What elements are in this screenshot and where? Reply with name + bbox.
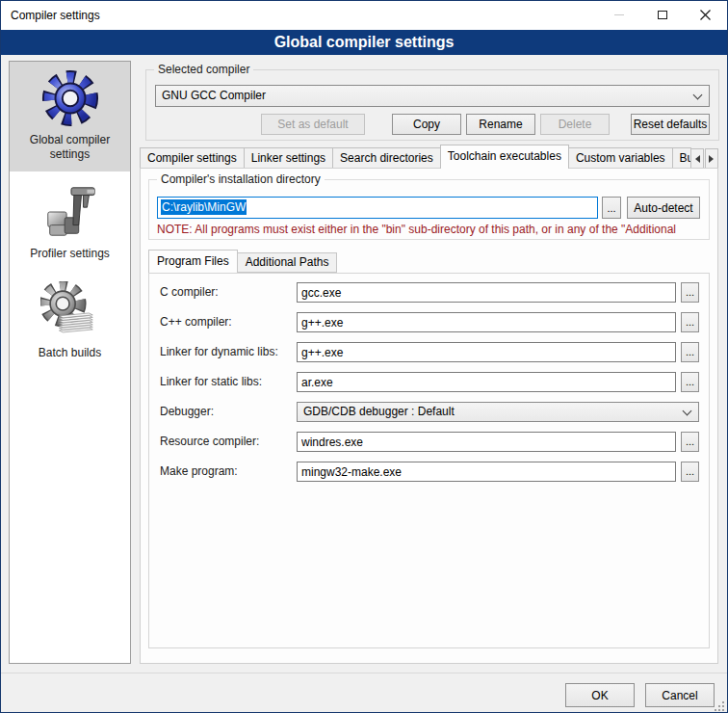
selected-compiler-dropdown[interactable]: GNU GCC Compiler	[155, 85, 710, 107]
settings-tab-bar: Compiler settingsLinker settingsSearch d…	[140, 145, 718, 169]
tab-build[interactable]: Build	[672, 147, 691, 169]
program-files-tab-bar: Program FilesAdditional Paths	[148, 250, 336, 273]
delete-button: Delete	[540, 114, 610, 135]
minimize-button[interactable]	[597, 1, 640, 29]
dialog-header-title: Global compiler settings	[274, 34, 455, 50]
dialog-footer: OK Cancel	[1, 673, 727, 713]
c-compiler-browse-button[interactable]: ...	[681, 282, 699, 303]
sidebar-item-label: Global compiler settings	[12, 133, 128, 162]
tab-scroll-left-button[interactable]	[690, 148, 704, 169]
subtab-additional-paths[interactable]: Additional Paths	[237, 252, 338, 273]
dynamic-libs-linker-label: Linker for dynamic libs:	[160, 342, 278, 362]
compiler-settings-dialog: Compiler settings Global compiler settin…	[0, 0, 728, 713]
program-files-page: C compiler:...C++ compiler:...Linker for…	[148, 273, 710, 648]
dynamic-libs-linker-row: Linker for dynamic libs:...	[149, 338, 709, 368]
sidebar-item-batch-builds[interactable]: Batch builds	[10, 275, 130, 370]
debugger-value: GDB/CDB debugger : Default	[303, 405, 455, 418]
tab-linker-settings[interactable]: Linker settings	[244, 147, 333, 169]
tab-search-directories[interactable]: Search directories	[332, 147, 441, 169]
set-as-default-button: Set as default	[261, 114, 365, 135]
selected-compiler-group-label: Selected compiler	[154, 63, 253, 76]
arrow-left-icon	[691, 155, 700, 163]
static-libs-linker-label: Linker for static libs:	[160, 372, 262, 392]
tab-toolchain-executables[interactable]: Toolchain executables	[440, 145, 569, 169]
auto-detect-button[interactable]: Auto-detect	[627, 197, 700, 219]
dynamic-libs-linker-input[interactable]	[297, 342, 676, 362]
tab-scroll-right-button[interactable]	[705, 148, 718, 169]
resource-compiler-browse-button[interactable]: ...	[681, 432, 699, 452]
installation-directory-browse-button[interactable]: ...	[602, 197, 621, 219]
sidebar-item-label: Batch builds	[12, 346, 128, 360]
gear-stack-icon	[40, 281, 100, 341]
gear-blue-icon	[40, 68, 100, 128]
static-libs-linker-browse-button[interactable]: ...	[681, 372, 699, 392]
installation-directory-input[interactable]: C:\raylib\MinGW	[157, 197, 598, 219]
minimize-icon	[614, 14, 624, 15]
dialog-header-banner: Global compiler settings	[1, 30, 727, 55]
ok-button[interactable]: OK	[565, 683, 635, 707]
debugger-label: Debugger:	[160, 402, 214, 422]
selected-compiler-value: GNU GCC Compiler	[162, 89, 266, 102]
cpp-compiler-label: C++ compiler:	[160, 312, 232, 332]
make-program-input[interactable]	[297, 462, 676, 482]
sidebar-item-label: Profiler settings	[12, 247, 128, 261]
title-bar: Compiler settings	[1, 1, 727, 30]
rename-button[interactable]: Rename	[466, 114, 535, 135]
debugger-dropdown[interactable]: GDB/CDB debugger : Default	[297, 402, 699, 422]
close-button[interactable]	[684, 1, 727, 29]
toolchain-field-rows: C compiler:...C++ compiler:...Linker for…	[149, 278, 709, 488]
chevron-down-icon	[683, 407, 692, 416]
debugger-row: Debugger:GDB/CDB debugger : Default	[149, 398, 709, 428]
arrow-right-icon	[709, 155, 717, 163]
subtab-program-files[interactable]: Program Files	[148, 250, 238, 273]
installation-directory-group-label: Compiler's installation directory	[157, 172, 325, 186]
compiler-actions-row: Set as defaultCopyRenameDeleteReset defa…	[155, 114, 710, 135]
selected-compiler-group: Selected compiler GNU GCC Compiler Set a…	[145, 69, 719, 141]
window-title: Compiler settings	[11, 9, 100, 22]
chevron-down-icon	[693, 91, 703, 100]
caliper-icon	[40, 182, 100, 242]
toolchain-executables-page: Compiler's installation directory C:\ray…	[140, 168, 718, 664]
static-libs-linker-row: Linker for static libs:...	[149, 368, 709, 398]
copy-button[interactable]: Copy	[392, 114, 461, 135]
cpp-compiler-browse-button[interactable]: ...	[681, 312, 699, 332]
sidebar-item-profiler-settings[interactable]: Profiler settings	[10, 175, 130, 271]
resource-compiler-row: Resource compiler:...	[149, 428, 709, 458]
installation-directory-value: C:\raylib\MinGW	[161, 199, 247, 215]
reset-defaults-button[interactable]: Reset defaults	[631, 114, 710, 135]
settings-category-list: Global compiler settingsProfiler setting…	[9, 61, 131, 664]
maximize-icon	[658, 11, 667, 19]
c-compiler-input[interactable]	[297, 282, 676, 303]
tab-custom-variables[interactable]: Custom variables	[568, 147, 673, 169]
cancel-button[interactable]: Cancel	[645, 683, 715, 707]
resize-grip[interactable]	[714, 700, 725, 712]
static-libs-linker-input[interactable]	[297, 372, 676, 392]
make-program-label: Make program:	[160, 462, 238, 482]
dynamic-libs-linker-browse-button[interactable]: ...	[681, 342, 699, 362]
c-compiler-row: C compiler:...	[149, 278, 709, 308]
resource-compiler-label: Resource compiler:	[160, 432, 259, 452]
bin-subdirectory-note: NOTE: All programs must exist either in …	[157, 223, 708, 236]
make-program-browse-button[interactable]: ...	[681, 462, 699, 482]
make-program-row: Make program:...	[149, 458, 709, 488]
installation-directory-group: Compiler's installation directory C:\ray…	[148, 179, 710, 240]
tab-compiler-settings[interactable]: Compiler settings	[140, 147, 245, 169]
sidebar-item-global-compiler-settings[interactable]: Global compiler settings	[10, 62, 130, 172]
cpp-compiler-row: C++ compiler:...	[149, 308, 709, 338]
maximize-button[interactable]	[640, 1, 684, 29]
cpp-compiler-input[interactable]	[297, 312, 676, 332]
c-compiler-label: C compiler:	[160, 282, 219, 303]
resource-compiler-input[interactable]	[297, 432, 676, 452]
close-icon	[700, 10, 711, 20]
